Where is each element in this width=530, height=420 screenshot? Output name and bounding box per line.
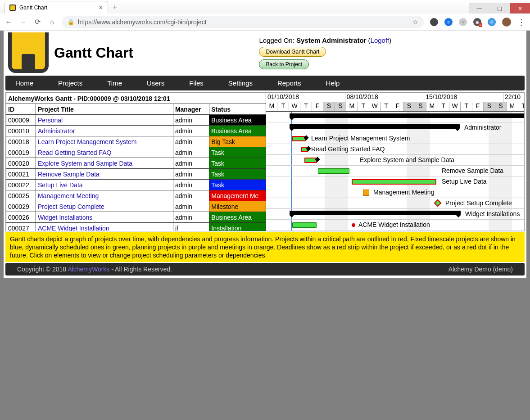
cell-status: Task xyxy=(209,158,266,169)
profile-avatar-icon[interactable] xyxy=(502,18,511,27)
gantt-row[interactable]: Management Meeting xyxy=(266,187,525,198)
gantt-bar[interactable] xyxy=(352,179,436,185)
day-cell: T xyxy=(518,102,525,111)
star-icon[interactable]: ☆ xyxy=(412,18,418,26)
table-row[interactable]: 000019Read Getting Started FAQadminTask xyxy=(6,147,266,158)
gantt-bar[interactable] xyxy=(318,168,349,174)
gantt-row[interactable]: Explore System and Sample Data xyxy=(266,155,525,166)
table-row[interactable]: 000009PersonaladminBusiness Area xyxy=(6,115,266,126)
cell-title[interactable]: Learn Project Management System xyxy=(36,136,173,147)
cell-title[interactable]: Explore System and Sample Data xyxy=(36,158,173,169)
cell-status: Management Me xyxy=(209,190,266,201)
table-row[interactable]: 000029Project Setup CompleteadminMilesto… xyxy=(6,201,266,212)
table-row[interactable]: 000025Management MeetingadminManagement … xyxy=(6,190,266,201)
logoff-link[interactable]: Logoff xyxy=(371,36,389,44)
table-row[interactable]: 000022Setup Live DataadminTask xyxy=(6,180,266,190)
menu-home[interactable]: Home xyxy=(15,79,33,87)
back-to-project-button[interactable]: Back to Project xyxy=(259,59,309,69)
table-row[interactable]: 000020Explore System and Sample Dataadmi… xyxy=(6,158,266,169)
browser-tab[interactable]: Gantt Chart ✕ xyxy=(5,1,108,14)
window-maximize-button[interactable]: ▢ xyxy=(489,3,510,14)
extension-icon-5[interactable] xyxy=(488,18,496,26)
cell-status: Big Task xyxy=(209,136,266,147)
gantt-row[interactable]: Read Getting Started FAQ xyxy=(266,144,525,155)
tab-title: Gantt Chart xyxy=(19,5,47,11)
gantt-bar[interactable] xyxy=(292,222,317,228)
menu-users[interactable]: Users xyxy=(147,79,164,87)
table-row[interactable]: 000026Widget InstallationsadminBusiness … xyxy=(6,212,266,223)
nav-forward-icon[interactable]: → xyxy=(19,18,27,26)
legend-text: Gantt charts depict a graph of projects … xyxy=(5,232,525,262)
gantt-task-table: AlchemyWorks Gantt - PID:000009 @ 03/10/… xyxy=(6,93,266,231)
extension-icon-1[interactable]: ⋮⋮ xyxy=(430,18,438,26)
table-row[interactable]: 000021Remove Sample DataadminTask xyxy=(6,169,266,180)
gantt-row[interactable]: Setup Live Data xyxy=(266,176,525,187)
new-tab-button[interactable]: + xyxy=(113,3,118,12)
gantt-row[interactable]: Learn Project Management System xyxy=(266,133,525,144)
gantt-bar[interactable] xyxy=(363,190,369,196)
bar-label: Read Getting Started FAQ xyxy=(311,145,385,153)
page-title: Gantt Chart xyxy=(54,45,133,61)
menu-reports[interactable]: Reports xyxy=(277,79,301,87)
tab-close-icon[interactable]: ✕ xyxy=(99,5,103,11)
favicon-icon xyxy=(9,5,16,11)
cell-title[interactable]: Read Getting Started FAQ xyxy=(36,147,173,158)
milestone-icon[interactable] xyxy=(434,199,442,207)
menu-settings[interactable]: Settings xyxy=(228,79,253,87)
day-cell: S xyxy=(484,102,495,111)
menu-files[interactable]: Files xyxy=(189,79,204,87)
nav-back-icon[interactable]: ← xyxy=(5,18,13,26)
col-title-header: Project Title xyxy=(36,104,173,115)
gantt-row[interactable]: Project Setup Complete xyxy=(266,198,525,209)
bar-label: Widget Installations xyxy=(465,210,520,217)
gantt-row[interactable]: Widget Installations xyxy=(266,209,525,220)
nav-reload-icon[interactable]: ⟳ xyxy=(33,18,41,26)
extension-icon-3[interactable]: ○ xyxy=(459,18,467,26)
bar-label: Learn Project Management System xyxy=(311,135,410,142)
gantt-bar[interactable] xyxy=(292,136,306,141)
download-gantt-button[interactable]: Download Gantt Chart xyxy=(259,47,326,57)
gantt-bar[interactable] xyxy=(290,113,525,118)
cell-title[interactable]: Remove Sample Data xyxy=(36,169,173,180)
extension-icon-2[interactable]: e xyxy=(444,18,453,26)
header-right: Logged On: System Administrator (Logoff)… xyxy=(259,36,522,69)
menu-projects[interactable]: Projects xyxy=(58,79,82,87)
gantt-row[interactable]: Remove Sample Data xyxy=(266,166,525,176)
table-row[interactable]: 000018Learn Project Management Systemadm… xyxy=(6,136,266,147)
menu-time[interactable]: Time xyxy=(107,79,122,87)
cell-status: Task xyxy=(209,147,266,158)
cell-id: 000010 xyxy=(6,126,36,136)
gantt-row[interactable]: ACME Widget Installation xyxy=(266,220,525,230)
table-row[interactable]: 000010AdministratoradminBusiness Area xyxy=(6,126,266,136)
cell-title[interactable]: Administrator xyxy=(36,126,173,136)
window-minimize-button[interactable]: — xyxy=(469,3,489,14)
cell-title[interactable]: Widget Installations xyxy=(36,212,173,223)
cell-title[interactable]: Setup Live Data xyxy=(36,180,173,190)
gantt-timeline[interactable]: 01/10/2018 08/10/2018 15/10/2018 22/10 M… xyxy=(266,93,525,231)
cell-status: Task xyxy=(209,180,266,190)
tab-strip: Gantt Chart ✕ + xyxy=(5,1,118,14)
day-cell: S xyxy=(335,102,346,111)
day-cell: F xyxy=(472,102,484,111)
nav-home-icon[interactable]: ⌂ xyxy=(48,18,56,26)
cell-title[interactable]: ACME Widget Installation xyxy=(36,223,173,231)
gantt-row[interactable] xyxy=(266,112,525,122)
window-close-button[interactable]: ✕ xyxy=(510,3,530,14)
cell-title[interactable]: Personal xyxy=(36,115,173,126)
gantt-info-header: AlchemyWorks Gantt - PID:000009 @ 03/10/… xyxy=(6,93,266,104)
cell-title[interactable]: Project Setup Complete xyxy=(36,201,173,212)
browser-menu-icon[interactable]: ⋮ xyxy=(517,17,525,27)
extension-icon-4[interactable]: ▣ xyxy=(473,18,481,26)
cell-title[interactable]: Management Meeting xyxy=(36,190,173,201)
gantt-row[interactable]: Warwick Widget Inst xyxy=(266,230,525,231)
cell-manager: admin xyxy=(173,169,209,180)
table-row[interactable]: 000027ACME Widget InstallationjfInstalla… xyxy=(6,223,266,231)
footer-brand-link[interactable]: AlchemyWorks xyxy=(68,266,109,273)
url-input[interactable]: 🔒 https://www.alchemyworks.com/cgi-bin/p… xyxy=(62,16,424,28)
cell-status: Business Area xyxy=(209,212,266,223)
gantt-row[interactable]: Administrator xyxy=(266,122,525,133)
gantt-bar[interactable] xyxy=(290,124,460,129)
menu-help[interactable]: Help xyxy=(326,79,340,87)
gantt-bar[interactable] xyxy=(290,211,461,215)
gantt-chart[interactable]: AlchemyWorks Gantt - PID:000009 @ 03/10/… xyxy=(5,92,525,231)
